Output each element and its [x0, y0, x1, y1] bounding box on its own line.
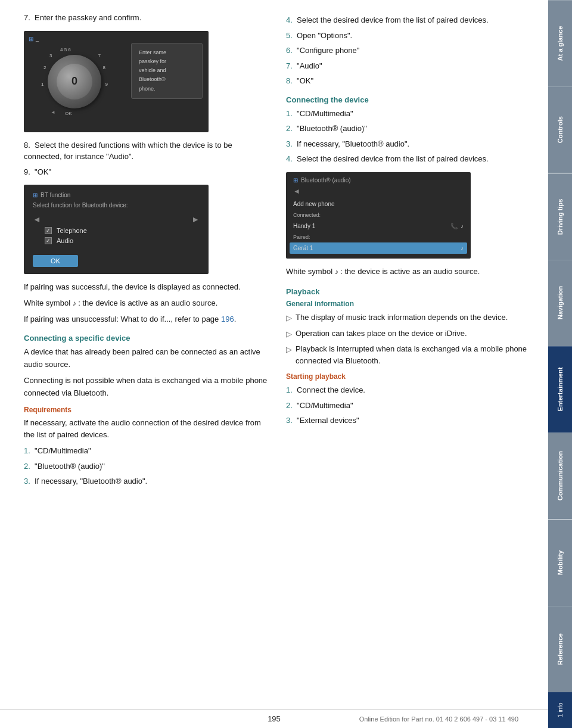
sidebar-tab-communication[interactable]: Communication [548, 433, 572, 519]
cd-step-4-text: Select the desired device from the list … [297, 154, 489, 163]
cd-step-4-num: 4. [286, 154, 293, 163]
step-8-number: 8. [24, 141, 30, 150]
requirements-text: If necessary, activate the audio connect… [24, 417, 268, 442]
white-symbol-audio: White symbol ♪ : the device is active as… [24, 297, 268, 310]
cd-step-1: 1. "CD/Multimedia" [286, 108, 530, 120]
connecting-para1: A device that has already been paired ca… [24, 346, 268, 371]
white-symbol-right-label: White symbol [286, 267, 332, 276]
cd-step-2-text: "Bluetooth® (audio)" [297, 124, 367, 133]
req-step-2-text: "Bluetooth® (audio)" [35, 462, 105, 471]
music-icon-2: ♪ [461, 223, 464, 229]
sidebar-tab-reference[interactable]: Reference [548, 606, 572, 692]
bullet-3: ▷ Playback is interrupted when data is e… [286, 343, 530, 366]
bt-handy1: Handy 1 📞 ♪ [293, 220, 464, 232]
arrow-left: ◄ [33, 214, 41, 224]
right-step-8: 8. "OK" [286, 75, 530, 87]
bt-function-title-text: BT function [41, 192, 70, 198]
audio-source-label-1: : the device is active as an audio sourc… [78, 298, 217, 307]
sp-step-3-num: 3. [286, 416, 293, 425]
bt-subtitle: Select function for Bluetooth device: [33, 202, 200, 209]
sidebar-tab-at-a-glance[interactable]: At a glance [548, 0, 572, 86]
cd-step-3: 3. If necessary, "Bluetooth® audio". [286, 138, 530, 150]
bt-add-phone-text: Add new phone [293, 201, 335, 207]
step-8-text: Select the desired functions with which … [24, 141, 232, 161]
cd-step-4: 4. Select the desired device from the li… [286, 153, 530, 165]
device-image: 4 5 6 3 7 2 8 1 9 0 ◄ [24, 31, 209, 132]
bullet-arrow-2: ▷ [286, 328, 292, 340]
bt-function-box: ⊞ BT function Select function for Blueto… [24, 185, 209, 274]
sp-step-2-text: "CD/Multimedia" [297, 401, 353, 410]
bt-connected-label-text: Connected: [293, 212, 321, 218]
sidebar-tab-driving-tips[interactable]: Driving tips [548, 173, 572, 260]
req-step-1-text: "CD/Multimedia" [35, 446, 91, 455]
bullet-1-text: The display of music track information d… [296, 312, 508, 323]
req-step-1: 1. "CD/Multimedia" [24, 445, 268, 457]
bt-device1-text: Handy 1 [293, 223, 315, 229]
right-step-6: 6. "Configure phone" [286, 45, 530, 57]
bt-box-icon: ⊞ [293, 177, 298, 183]
bt-paired-label: Paired: [293, 232, 464, 242]
step-7-text: Enter the passkey and confirm. [35, 13, 141, 22]
sp-step-1: 1. Connect the device. [286, 384, 530, 396]
req-step-2-num: 2. [24, 462, 30, 471]
sp-step-3: 3. "External devices" [286, 415, 530, 427]
bullet-2: ▷ Operation can takes place on the devic… [286, 328, 530, 340]
bt-function-title: ⊞ BT function [33, 192, 200, 198]
cd-step-2: 2. "Bluetooth® (audio)" [286, 123, 530, 135]
bt-ok-button[interactable]: OK [33, 255, 78, 267]
device-screen: Enter samepasskey forvehicle andBluetoot… [131, 43, 203, 99]
sidebar-tab-controls[interactable]: Controls [548, 86, 572, 173]
checkbox-audio: ✓ [45, 237, 52, 244]
nav-arrows: ◄ ► [33, 214, 200, 224]
sp-step-3-text: "External devices" [297, 416, 359, 425]
right-step-6-text: "Configure phone" [297, 46, 359, 55]
sidebar-tab-entertainment[interactable]: Entertainment [548, 346, 572, 433]
step-9-text: "OK" [35, 167, 51, 176]
connecting-device-heading: Connecting the device [286, 95, 530, 104]
right-step-7-text: "Audio" [297, 61, 322, 70]
cd-steps: 1. "CD/Multimedia" 2. "Bluetooth® (audio… [286, 108, 530, 165]
right-step-8-num: 8. [286, 76, 293, 85]
bt-options: ✓ Telephone ✓ Audio [45, 227, 200, 244]
bt-device2-icons: ♪ [461, 245, 464, 251]
bullet-3-text: Playback is interrupted when data is exc… [296, 343, 530, 366]
bt-paired-label-text: Paired: [293, 234, 310, 240]
right-step-7: 7. "Audio" [286, 60, 530, 72]
pairing-failed-label: If pairing was unsuccessful: What to do … [24, 315, 219, 323]
sidebar-tab-navigation[interactable]: Navigation [548, 260, 572, 346]
right-step-5-text: Open "Options". [297, 31, 352, 40]
page-footer: 195 Online Edition for Part no. 01 40 2 … [0, 709, 548, 728]
pairing-failed-text: If pairing was unsuccessful: What to do … [24, 313, 268, 326]
knob-inner: 0 [57, 64, 92, 99]
audio-source-right: : the device is active as an audio sourc… [340, 267, 480, 276]
step-7-number: 7. [24, 13, 30, 22]
right-step-4-text: Select the desired device from the list … [297, 15, 489, 24]
bt-connected-label: Connected: [293, 210, 464, 220]
sidebar-tab-mobility[interactable]: Mobility [548, 519, 572, 606]
step-7: 7. Enter the passkey and confirm. [24, 12, 268, 24]
step-9: 9. "OK" [24, 166, 268, 178]
music-note-right: ♪ [335, 267, 338, 276]
page-196-link[interactable]: 196 [221, 315, 234, 323]
req-step-3: 3. If necessary, "Bluetooth® audio". [24, 475, 268, 487]
bt-add-phone: Add new phone [293, 198, 464, 210]
bullet-arrow-3: ▷ [286, 344, 292, 356]
step-9-number: 9. [24, 167, 30, 176]
phone-icon: 📞 [450, 223, 458, 229]
req-step-1-num: 1. [24, 446, 30, 455]
requirements-heading: Requirements [24, 406, 268, 414]
left-column: 7. Enter the passkey and confirm. 4 5 6 … [24, 12, 268, 491]
right-step-6-num: 6. [286, 46, 293, 55]
sp-step-1-text: Connect the device. [297, 385, 365, 394]
checkbox-telephone: ✓ [45, 227, 52, 234]
bullet-2-text: Operation can takes place on the device … [296, 328, 467, 340]
general-info-heading: General information [286, 300, 530, 308]
bt-telephone-label: Telephone [57, 227, 87, 234]
knob-area: 4 5 6 3 7 2 8 1 9 0 ◄ [36, 43, 113, 120]
bt-icon-top: ⊞ [29, 36, 33, 42]
connecting-para2: Connecting is not possible when data is … [24, 375, 268, 400]
bt-option-audio: ✓ Audio [45, 237, 200, 244]
knob-outer: 0 [48, 55, 101, 108]
req-step-3-num: 3. [24, 477, 30, 486]
white-symbol-label: White symbol [24, 298, 70, 307]
